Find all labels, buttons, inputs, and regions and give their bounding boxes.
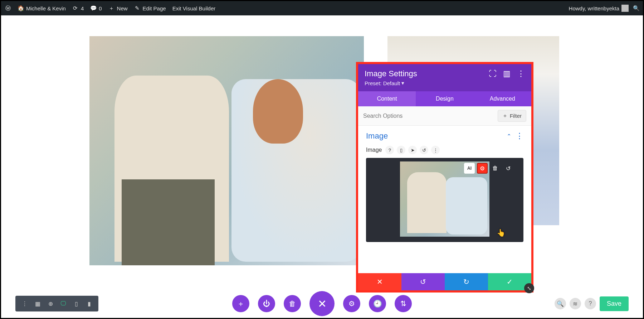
- thumbnail-toolbar: AI ⚙ 🗑 ↺: [464, 163, 513, 174]
- image-field-row: Image ? ▯ ➤ ↺ ⋮: [366, 146, 523, 154]
- settings-button[interactable]: ⚙: [343, 295, 360, 312]
- tab-advanced[interactable]: Advanced: [474, 91, 531, 106]
- wp-logo[interactable]: ⓦ: [5, 5, 11, 11]
- resize-handle[interactable]: ⤡: [524, 283, 534, 293]
- page-canvas: Image Settings ⛶ ▥ ⋮ Preset: Default ▾ C…: [1, 15, 643, 318]
- new-label: New: [117, 5, 128, 11]
- reset-icon[interactable]: ↺: [420, 146, 428, 154]
- wireframe-icon[interactable]: ▦: [31, 298, 44, 309]
- divi-right-actions: 🔍 ≋ ? Save: [555, 296, 629, 311]
- site-name-label: Michelle & Kevin: [26, 5, 66, 11]
- search-icon: 🔍: [633, 5, 639, 11]
- wordpress-icon: ⓦ: [5, 5, 11, 11]
- hover-icon[interactable]: ➤: [408, 146, 417, 154]
- tablet-icon[interactable]: ▯: [70, 298, 83, 309]
- exit-visual-builder-link[interactable]: Exit Visual Builder: [172, 5, 216, 11]
- edit-page-label: Edit Page: [143, 5, 166, 11]
- check-icon: ✓: [507, 277, 513, 286]
- site-name-menu[interactable]: 🏠Michelle & Kevin: [18, 5, 66, 11]
- dashboard-icon: 🏠: [18, 5, 24, 11]
- wp-admin-bar: ⓦ 🏠Michelle & Kevin ⟳4 💬0 ＋New ✎Edit Pag…: [1, 1, 643, 15]
- undo-button[interactable]: ↺: [401, 273, 445, 290]
- refresh-icon: ⟳: [72, 5, 79, 11]
- comments-count: 0: [99, 5, 102, 11]
- close-icon: ✕: [377, 277, 383, 286]
- redo-icon: ↻: [463, 277, 469, 286]
- panel-body: Image ⌃ ⋮ Image ? ▯ ➤ ↺ ⋮: [358, 126, 531, 248]
- howdy-menu[interactable]: Howdy, writtenbyekta: [569, 5, 629, 12]
- panel-search-row: ＋Filter: [358, 106, 531, 126]
- howdy-label: Howdy, writtenbyekta: [569, 5, 619, 11]
- panel-footer: ✕ ↺ ↻ ✓: [358, 273, 531, 290]
- chevron-up-icon[interactable]: ⌃: [507, 133, 511, 140]
- cursor-icon: 👆: [497, 228, 506, 237]
- image-field-label: Image: [366, 147, 382, 153]
- image-section-header[interactable]: Image ⌃ ⋮: [366, 131, 523, 141]
- help-icon[interactable]: ?: [385, 146, 394, 154]
- close-builder-button[interactable]: ✕: [309, 291, 335, 316]
- pencil-icon: ✎: [134, 5, 141, 11]
- image-content: [89, 36, 364, 265]
- more-icon[interactable]: ⋮: [517, 69, 525, 78]
- zoom-icon[interactable]: ⊕: [44, 298, 57, 309]
- comment-icon: 💬: [90, 5, 97, 11]
- plus-icon: ＋: [108, 5, 115, 11]
- updates-count: 4: [81, 5, 84, 11]
- trash-icon[interactable]: 🗑: [490, 163, 501, 174]
- snap-icon[interactable]: ▥: [503, 69, 511, 78]
- filter-button[interactable]: ＋Filter: [498, 110, 526, 122]
- edit-page-link[interactable]: ✎Edit Page: [134, 5, 166, 11]
- search-toggle[interactable]: 🔍: [633, 5, 639, 11]
- divi-bottom-bar: ⋮ ▦ ⊕ 🖵 ▯ ▮ ＋ ⏻ 🗑 ✕ ⚙ 🕘 ⇅ 🔍 ≋ ? Save: [1, 296, 643, 311]
- filter-label: Filter: [510, 113, 522, 119]
- panel-tabs: Content Design Advanced: [358, 91, 531, 106]
- phone-icon[interactable]: ▮: [83, 298, 96, 309]
- menu-icon[interactable]: ⋮: [18, 298, 31, 309]
- panel-header: Image Settings ⛶ ▥ ⋮ Preset: Default ▾: [358, 64, 531, 91]
- divi-center-actions: ＋ ⏻ 🗑 ✕ ⚙ 🕘 ⇅: [232, 291, 412, 316]
- tab-content[interactable]: Content: [358, 91, 416, 106]
- panel-title-text: Image Settings: [365, 69, 417, 78]
- layers-icon[interactable]: ≋: [570, 298, 581, 309]
- chevron-down-icon: ▾: [401, 80, 404, 86]
- discard-button[interactable]: ✕: [358, 273, 401, 290]
- preset-label: Preset: Default: [365, 80, 400, 86]
- delete-button[interactable]: 🗑: [284, 295, 301, 312]
- power-button[interactable]: ⏻: [258, 295, 275, 312]
- comments-menu[interactable]: 💬0: [90, 5, 102, 11]
- undo-icon: ↺: [420, 277, 426, 286]
- gear-icon[interactable]: ⚙: [477, 163, 488, 174]
- preset-dropdown[interactable]: Preset: Default ▾: [365, 80, 525, 86]
- updates-menu[interactable]: ⟳4: [72, 5, 84, 11]
- search-options-input[interactable]: [363, 113, 498, 119]
- image-preview-area[interactable]: AI ⚙ 🗑 ↺ 👆: [366, 158, 523, 242]
- main-image-module[interactable]: [89, 36, 364, 265]
- new-menu[interactable]: ＋New: [108, 5, 128, 11]
- history-button[interactable]: 🕘: [369, 295, 386, 312]
- exit-vb-label: Exit Visual Builder: [172, 5, 216, 11]
- find-icon[interactable]: 🔍: [555, 298, 566, 309]
- section-more-icon[interactable]: ⋮: [516, 131, 523, 141]
- tab-design[interactable]: Design: [416, 91, 473, 106]
- redo-button[interactable]: ↻: [445, 273, 488, 290]
- help-icon[interactable]: ?: [585, 298, 596, 309]
- desktop-icon[interactable]: 🖵: [57, 298, 70, 309]
- expand-icon[interactable]: ⛶: [489, 69, 497, 78]
- avatar: [621, 5, 629, 12]
- section-title: Image: [366, 131, 388, 141]
- field-more-icon[interactable]: ⋮: [431, 146, 440, 154]
- sort-button[interactable]: ⇅: [395, 295, 412, 312]
- undo-icon[interactable]: ↺: [503, 163, 513, 174]
- view-modes-group: ⋮ ▦ ⊕ 🖵 ▯ ▮: [15, 296, 98, 311]
- ai-button[interactable]: AI: [464, 163, 475, 174]
- save-page-button[interactable]: Save: [600, 296, 629, 311]
- plus-icon: ＋: [502, 112, 508, 119]
- add-button[interactable]: ＋: [232, 295, 249, 312]
- image-settings-panel: Image Settings ⛶ ▥ ⋮ Preset: Default ▾ C…: [356, 62, 533, 293]
- responsive-icon[interactable]: ▯: [397, 146, 405, 154]
